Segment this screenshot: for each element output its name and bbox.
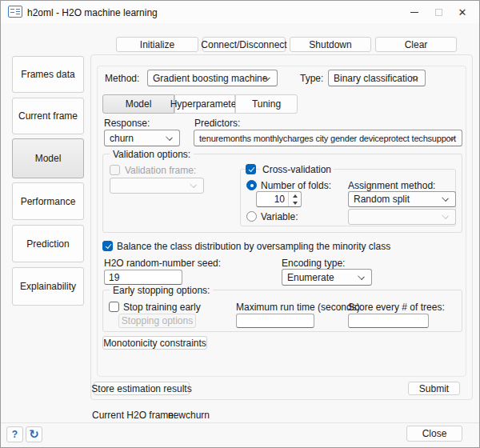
predictors-label: Predictors:	[194, 118, 240, 129]
encoding-type-label: Encoding type:	[282, 258, 345, 269]
stop-training-early-checkbox[interactable]	[109, 302, 119, 312]
stop-training-early-label[interactable]: Stop training early	[123, 302, 201, 313]
encoding-type-dropdown[interactable]: Enumerate	[282, 269, 372, 286]
validation-frame-checkbox[interactable]	[110, 165, 120, 175]
cross-validation-label[interactable]: Cross-validation	[260, 164, 334, 175]
sidebar-item-explainability[interactable]: Explainability	[12, 267, 84, 306]
app-icon	[8, 6, 22, 18]
tab-hyperparameter[interactable]: Hyperparameter	[174, 94, 235, 114]
folds-spinner[interactable]: 10	[256, 191, 302, 207]
score-every-label: Score every # of trees:	[348, 302, 445, 313]
arrow-down-icon	[293, 202, 298, 205]
refresh-button[interactable]: ↻	[26, 426, 42, 442]
minimize-button[interactable]	[404, 4, 425, 20]
chevron-down-icon	[190, 181, 197, 188]
number-of-folds-radio[interactable]	[246, 180, 257, 190]
current-frame-value: newchurn	[168, 410, 210, 421]
cross-validation-checkbox[interactable]	[246, 164, 256, 174]
response-dropdown[interactable]: churn	[104, 130, 180, 146]
close-window-button[interactable]: ✕	[452, 4, 473, 20]
maximize-button	[428, 4, 449, 20]
sidebar-item-performance[interactable]: Performance	[12, 182, 84, 220]
spinner-up-button[interactable]	[289, 192, 301, 199]
number-of-folds-label[interactable]: Number of folds:	[261, 180, 331, 191]
validation-options-label: Validation options:	[110, 149, 194, 160]
close-icon: ✕	[458, 6, 467, 18]
sidebar-item-frames-data[interactable]: Frames data	[12, 56, 84, 93]
initialize-button[interactable]: Initialize	[116, 37, 198, 52]
assignment-method-label: Assignment method:	[348, 180, 435, 191]
sidebar-item-prediction[interactable]: Prediction	[12, 225, 84, 262]
method-label: Method:	[105, 73, 139, 84]
score-every-input[interactable]	[348, 314, 429, 328]
spinner-down-button[interactable]	[289, 199, 301, 206]
window-title: h2oml - H2O machine learning	[27, 7, 158, 18]
validation-frame-dropdown	[110, 178, 204, 194]
tab-tuning[interactable]: Tuning	[235, 94, 298, 114]
balance-classes-checkbox[interactable]	[102, 241, 113, 251]
close-button[interactable]: Close	[406, 426, 462, 442]
chevron-down-icon	[442, 212, 449, 219]
refresh-icon: ↻	[29, 427, 39, 442]
clear-button[interactable]: Clear	[375, 37, 457, 52]
max-run-time-input[interactable]	[236, 314, 314, 328]
stopping-options-button: Stopping options	[118, 314, 196, 328]
validation-frame-label[interactable]: Validation frame:	[125, 165, 196, 176]
folds-value: 10	[257, 192, 288, 206]
method-dropdown[interactable]: Gradient boosting machine	[147, 70, 278, 86]
method-value: Gradient boosting machine	[148, 73, 277, 84]
seed-input[interactable]: 19	[104, 270, 182, 285]
seed-value: 19	[109, 272, 119, 283]
variable-label[interactable]: Variable:	[261, 211, 298, 222]
arrow-up-icon	[293, 194, 298, 198]
tab-model[interactable]: Model	[102, 94, 174, 114]
connect-disconnect-button[interactable]: Connect/Disconnect	[202, 37, 286, 52]
variable-dropdown	[348, 209, 456, 225]
titlebar: h2oml - H2O machine learning ✕	[1, 1, 479, 23]
predictors-value: tenuremonths monthlycharges city gender …	[194, 134, 462, 143]
current-frame-label: Current H2O frame:	[92, 410, 176, 421]
encoding-type-value: Enumerate	[282, 272, 371, 283]
assignment-method-value: Random split	[349, 194, 455, 205]
balance-classes-label[interactable]: Balance the class distribution by oversa…	[117, 241, 390, 252]
type-value: Binary classification	[329, 73, 425, 84]
seed-label: H2O random-number seed:	[104, 258, 221, 269]
variable-radio[interactable]	[246, 211, 257, 222]
help-icon: ?	[12, 429, 18, 440]
assignment-method-dropdown[interactable]: Random split	[348, 191, 456, 207]
footer-divider	[1, 422, 479, 423]
shutdown-button[interactable]: Shutdown	[290, 37, 371, 52]
response-label: Response:	[104, 118, 150, 129]
dialog-window: h2oml - H2O machine learning ✕ Initializ…	[0, 0, 480, 448]
type-label: Type:	[300, 73, 323, 84]
submit-button[interactable]: Submit	[408, 382, 460, 395]
sidebar-item-model[interactable]: Model	[12, 138, 84, 178]
predictors-dropdown[interactable]: tenuremonths monthlycharges city gender …	[194, 130, 462, 146]
sidebar-item-current-frame[interactable]: Current frame	[12, 98, 84, 134]
monotonicity-constraints-button[interactable]: Monotonicity constraints	[102, 336, 207, 350]
store-estimation-results-button[interactable]: Store estimation results	[94, 382, 190, 395]
early-stopping-label: Early stopping options:	[110, 285, 213, 296]
help-button[interactable]: ?	[6, 426, 23, 442]
max-run-time-label: Maximum run time (seconds):	[236, 302, 362, 313]
type-dropdown[interactable]: Binary classification	[328, 70, 426, 86]
